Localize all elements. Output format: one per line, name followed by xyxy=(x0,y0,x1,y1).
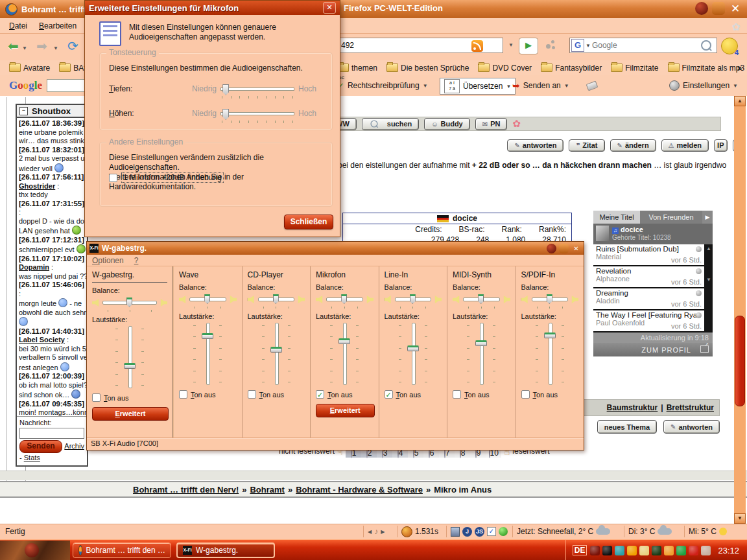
bookmark-fantasybilder[interactable]: Fantasybilder xyxy=(541,64,602,73)
shoutbox-input[interactable] xyxy=(19,428,84,439)
language-indicator[interactable]: DE xyxy=(573,545,587,555)
mixer-close-button[interactable]: ✕ xyxy=(571,244,581,253)
balance-track[interactable] xyxy=(395,298,432,301)
volume-thumb[interactable] xyxy=(270,347,282,353)
shoutbox-user-link[interactable]: Dopamin xyxy=(19,263,49,271)
post-button-ändern[interactable]: ✎ändern xyxy=(610,139,656,152)
balance-slider[interactable] xyxy=(248,294,305,305)
close-button[interactable]: ✕ xyxy=(729,2,742,15)
track-row[interactable]: DreamingAladdinvor 6 Std. xyxy=(593,288,704,310)
start-button[interactable] xyxy=(25,543,39,557)
foxytunes-controls[interactable]: ◀♪▶ xyxy=(363,526,388,537)
widget-user-name[interactable]: docice xyxy=(621,226,643,233)
balance-slider[interactable] xyxy=(453,294,510,305)
balance-slider[interactable] xyxy=(521,294,579,305)
url-dropdown[interactable]: ▼ xyxy=(506,39,516,52)
slider-thumb[interactable] xyxy=(222,84,229,95)
track-play-icon[interactable] xyxy=(696,246,702,252)
eraser-button[interactable] xyxy=(587,78,597,93)
slider-track[interactable] xyxy=(220,88,294,91)
forum-button-buddy[interactable]: ☺Buddy xyxy=(424,118,469,130)
track-play-icon[interactable] xyxy=(696,290,702,296)
balance-track[interactable] xyxy=(258,298,295,301)
volume-icon[interactable] xyxy=(701,546,711,555)
status-icons[interactable]: J JS ✓ xyxy=(446,526,512,537)
external-link-icon[interactable] xyxy=(700,345,709,353)
bottom-button-neues-thema[interactable]: neues Thema xyxy=(597,420,657,434)
proxy-icon[interactable] xyxy=(451,527,460,537)
erweitert-button[interactable]: Erweitert xyxy=(316,404,375,417)
go-button[interactable]: ▶ xyxy=(519,38,538,54)
mute-checkbox[interactable]: ✓ xyxy=(316,390,324,399)
slider-track[interactable] xyxy=(220,112,294,115)
url-bar[interactable] xyxy=(336,38,503,53)
scrollbar-thumb[interactable] xyxy=(735,316,745,406)
bottom-button-antworten[interactable]: ✎antworten xyxy=(663,420,720,434)
balance-thumb[interactable] xyxy=(273,294,279,304)
weather-tuesday[interactable]: Di: 3° C xyxy=(624,526,676,537)
post-button-IP[interactable]: IP xyxy=(714,139,727,152)
volume-thumb[interactable] xyxy=(202,333,213,339)
track-play-icon[interactable] xyxy=(696,268,702,274)
softphone-icon[interactable] xyxy=(615,546,624,555)
mixer-menu-help[interactable]: ? xyxy=(134,256,139,265)
balance-thumb[interactable] xyxy=(341,294,347,304)
task-button-1[interactable]: Bohramt … trifft den … xyxy=(73,542,171,558)
translate-button[interactable]: a í7 ä Übersetzen▼ xyxy=(440,78,516,95)
spellcheck-button[interactable]: ✓ Rechtschreibprüfung▼ xyxy=(337,78,428,93)
forward-dropdown[interactable]: ▼ xyxy=(53,45,58,51)
volume-track[interactable] xyxy=(480,323,484,385)
menu-bearbeiten[interactable]: Bearbeiten xyxy=(39,21,77,30)
addon-icon[interactable] xyxy=(546,40,556,51)
erweitert-button[interactable]: Erweitert xyxy=(92,407,169,421)
menu-datei[interactable]: Datei xyxy=(9,21,27,30)
mail-at-icon[interactable] xyxy=(627,546,637,555)
tab-meine-titel[interactable]: Meine Titel xyxy=(593,211,640,224)
volume-thumb[interactable] xyxy=(124,363,136,369)
balance-thumb[interactable] xyxy=(547,294,552,304)
volume-thumb[interactable] xyxy=(338,338,350,344)
minimize-button[interactable] xyxy=(695,2,708,15)
track-play-icon[interactable] xyxy=(696,312,702,318)
balance-thumb[interactable] xyxy=(478,294,484,304)
scroll-down-icon[interactable]: ▼ xyxy=(706,277,711,283)
scroll-up-button[interactable]: ▲ xyxy=(734,96,746,106)
mute-checkbox[interactable] xyxy=(453,390,461,399)
track-row[interactable]: The Way I Feel [Featuring Rya..Paul Oake… xyxy=(593,310,704,332)
shoutbox-archive-link[interactable]: Archiv xyxy=(64,442,84,450)
volume-slider[interactable] xyxy=(110,326,149,388)
track-row[interactable]: RevelationAlphazonevor 6 Std. xyxy=(593,266,704,288)
balance-slider[interactable] xyxy=(316,294,374,305)
balance-track[interactable] xyxy=(189,298,226,301)
search-input[interactable] xyxy=(591,40,701,51)
shoutbox-user-link[interactable]: Ghostrider xyxy=(19,182,55,190)
volume-slider[interactable] xyxy=(188,323,227,385)
zum-profil-link[interactable]: ZUM PROFIL xyxy=(641,346,691,354)
volume-thumb[interactable] xyxy=(475,340,487,346)
balance-thumb[interactable] xyxy=(204,294,210,304)
volume-track[interactable] xyxy=(412,323,416,385)
reload-button[interactable]: ⟳ xyxy=(67,39,78,53)
breadcrumb-item[interactable]: Bohramt xyxy=(250,485,284,495)
balance-slider[interactable] xyxy=(92,297,167,309)
shoutbox-collapse-button[interactable]: − xyxy=(19,107,28,115)
mute-checkbox[interactable]: ✓ xyxy=(385,390,393,399)
equalizer-icon[interactable] xyxy=(652,546,661,555)
back-dropdown[interactable]: ▼ xyxy=(22,45,27,51)
mixer-maximize-button[interactable] xyxy=(559,244,569,253)
post-button-antworten[interactable]: ✎antworten xyxy=(507,139,563,152)
mic-boost-checkbox[interactable] xyxy=(109,174,117,182)
mute-checkbox[interactable] xyxy=(179,390,187,399)
java-icon[interactable]: J xyxy=(462,527,472,537)
bookmark-filmzitate[interactable]: Filmzitate xyxy=(611,64,658,73)
sphere-icon[interactable] xyxy=(590,546,600,555)
page-scrollbar[interactable]: ▲ ▼ xyxy=(734,96,746,524)
balance-thumb[interactable] xyxy=(126,298,132,307)
scroll-down-button[interactable]: ▼ xyxy=(734,513,746,524)
bookmark-avatare[interactable]: Avatare xyxy=(9,64,50,73)
search-icon[interactable] xyxy=(701,40,711,51)
taskbar-clock[interactable]: 23:12 xyxy=(718,546,739,555)
forum-button-suchen[interactable]: suchen xyxy=(362,118,420,130)
dialog-close-icon[interactable]: ✕ xyxy=(323,2,336,14)
slider-thumb[interactable] xyxy=(222,109,229,120)
